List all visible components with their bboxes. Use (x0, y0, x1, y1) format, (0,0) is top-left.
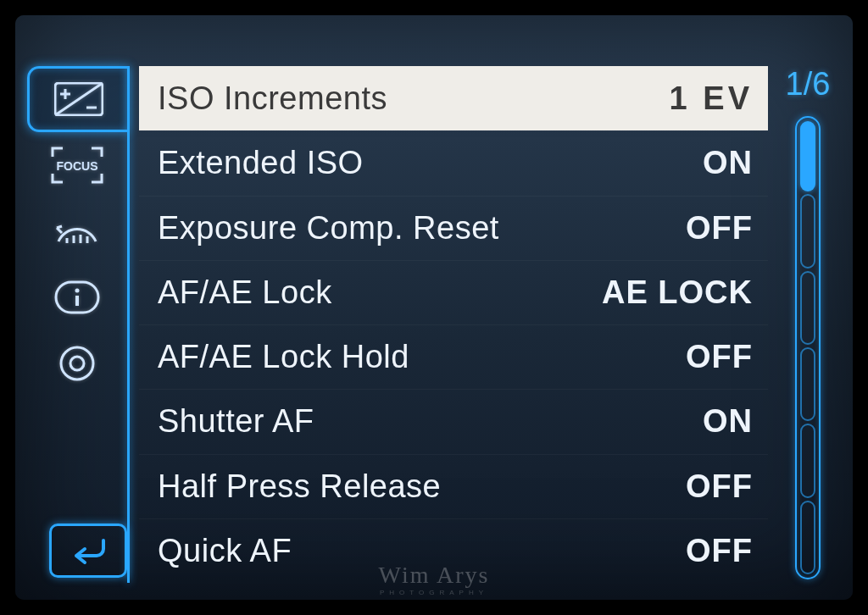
tab-exposure[interactable] (27, 66, 127, 132)
menu-item-label: Quick AF (158, 533, 292, 569)
scroll-segment (800, 424, 815, 497)
tab-focus[interactable]: FOCUS (27, 132, 127, 198)
watermark-sub: PHOTOGRAPHY (379, 589, 490, 596)
svg-point-9 (75, 289, 80, 293)
exposure-comp-icon (54, 82, 103, 116)
page-indicator: 1/6 (786, 66, 831, 102)
menu-item-label: Shutter AF (158, 403, 314, 440)
menu-item-label: Half Press Release (158, 468, 441, 505)
scroll-segment (800, 271, 815, 345)
tab-info[interactable] (27, 264, 127, 330)
menu-item-value: OFF (686, 533, 753, 569)
menu-item-label: Extended ISO (158, 145, 364, 181)
menu-item-value: OFF (686, 339, 753, 375)
page-column: 1/6 (778, 66, 837, 579)
menu-item-half-press-release[interactable]: Half Press Release OFF (139, 454, 768, 518)
menu-list: ISO Increments 1 EV Extended ISO ON Expo… (139, 66, 768, 583)
menu-item-label: Exposure Comp. Reset (158, 210, 499, 247)
sidebar-divider (127, 66, 130, 583)
menu-item-value: OFF (686, 468, 753, 505)
scroll-segment (800, 121, 815, 191)
svg-point-12 (70, 357, 84, 370)
svg-line-1 (55, 83, 103, 115)
focus-icon: FOCUS (51, 147, 103, 184)
menu-item-label: AF/AE Lock Hold (158, 339, 409, 375)
back-button[interactable] (49, 524, 127, 578)
menu-item-exposure-comp-reset[interactable]: Exposure Comp. Reset OFF (139, 196, 768, 260)
menu-item-value: OFF (686, 210, 753, 247)
camera-menu-screen: FOCUS (15, 15, 853, 600)
menu-item-value: AE LOCK (602, 274, 753, 311)
svg-point-11 (61, 347, 93, 380)
tab-dial[interactable] (27, 198, 127, 264)
back-arrow-icon (64, 535, 112, 566)
tab-lens[interactable] (27, 330, 127, 396)
menu-item-quick-af[interactable]: Quick AF OFF (139, 518, 768, 583)
scroll-segment (800, 501, 815, 574)
scrollbar[interactable] (795, 116, 821, 579)
menu-item-value: ON (703, 145, 753, 181)
menu-item-value: ON (703, 403, 753, 440)
menu-item-label: ISO Increments (158, 80, 387, 117)
lens-icon (58, 344, 97, 383)
menu-item-value: 1 EV (670, 80, 753, 117)
menu-item-iso-increments[interactable]: ISO Increments 1 EV (139, 66, 768, 130)
scroll-segment (800, 347, 815, 421)
svg-text:FOCUS: FOCUS (57, 159, 98, 173)
menu-item-label: AF/AE Lock (158, 274, 332, 311)
sidebar: FOCUS (15, 66, 127, 583)
scroll-segment (800, 194, 815, 268)
dial-icon (52, 213, 103, 250)
info-icon (54, 280, 100, 314)
menu-item-shutter-af[interactable]: Shutter AF ON (139, 389, 768, 453)
menu-item-af-ae-lock-hold[interactable]: AF/AE Lock Hold OFF (139, 324, 768, 389)
menu-item-extended-iso[interactable]: Extended ISO ON (139, 130, 768, 195)
menu-item-af-ae-lock[interactable]: AF/AE Lock AE LOCK (139, 260, 768, 324)
